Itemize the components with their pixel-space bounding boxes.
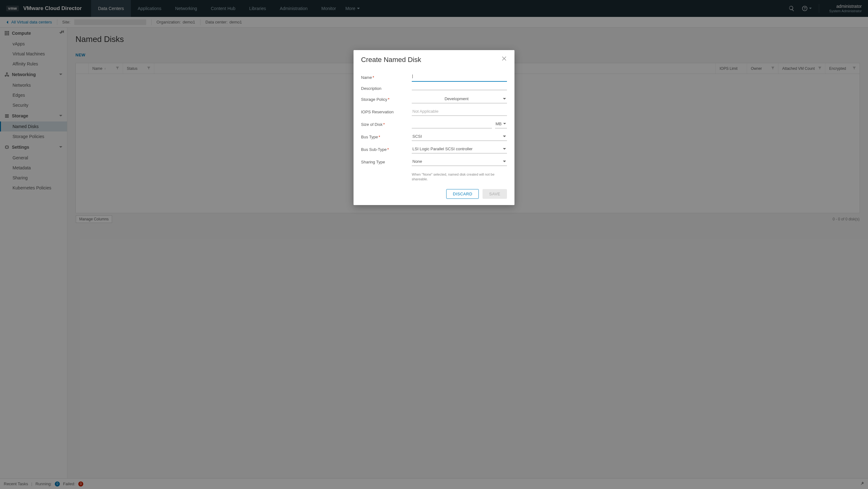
create-named-disk-dialog: Create Named Disk Name* Description Stor… <box>353 50 515 205</box>
name-label: Name* <box>361 75 408 80</box>
size-label: Size of Disk* <box>361 122 408 127</box>
chevron-down-icon <box>503 97 506 101</box>
name-input[interactable] <box>412 73 507 82</box>
storage-policy-value: Development <box>412 96 501 101</box>
bus-type-label: Bus Type* <box>361 135 408 139</box>
bus-type-value: SCSI <box>412 134 501 139</box>
description-label: Description <box>361 86 408 91</box>
save-button[interactable]: SAVE <box>483 189 507 199</box>
chevron-down-icon <box>503 160 506 163</box>
chevron-down-icon <box>503 122 506 126</box>
size-unit-select[interactable]: MB <box>495 120 507 128</box>
iops-input[interactable]: Not Applicable <box>412 108 507 116</box>
close-icon <box>501 56 507 61</box>
sharing-type-label: Sharing Type <box>361 160 408 164</box>
bus-subtype-label: Bus Sub-Type* <box>361 147 408 152</box>
iops-label: IOPS Reservation <box>361 109 408 114</box>
sharing-hint: When "None" selected, named disk created… <box>412 170 507 182</box>
chevron-down-icon <box>503 147 506 151</box>
close-button[interactable] <box>501 56 507 62</box>
sharing-type-value: None <box>412 159 501 164</box>
description-input[interactable] <box>412 87 507 90</box>
size-input[interactable] <box>412 125 492 128</box>
bus-subtype-select[interactable]: LSI Logic Parallel SCSI controller <box>412 145 507 153</box>
dialog-title: Create Named Disk <box>361 56 421 64</box>
size-unit-value: MB <box>496 122 502 126</box>
chevron-down-icon <box>503 135 506 138</box>
bus-type-select[interactable]: SCSI <box>412 133 507 141</box>
sharing-type-select[interactable]: None <box>412 158 507 166</box>
storage-policy-select[interactable]: Development <box>412 95 507 103</box>
bus-subtype-value: LSI Logic Parallel SCSI controller <box>412 146 501 151</box>
storage-policy-label: Storage Policy* <box>361 97 408 102</box>
discard-button[interactable]: DISCARD <box>446 189 479 199</box>
